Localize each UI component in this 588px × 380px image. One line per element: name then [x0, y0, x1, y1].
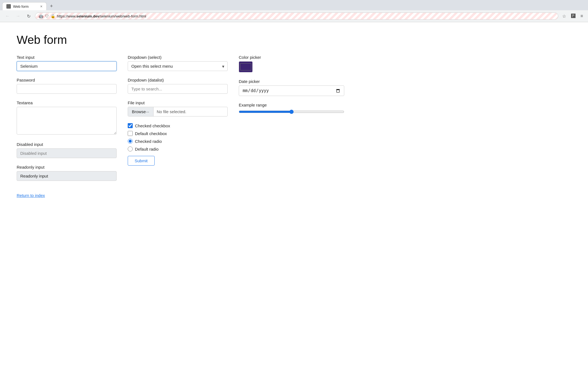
- active-tab[interactable]: Web form ×: [2, 2, 47, 10]
- disabled-input-group: Disabled input: [17, 142, 117, 158]
- datalist-group: Dropdown (datalist): [128, 78, 228, 94]
- file-no-selected-text: No file selected.: [154, 107, 190, 116]
- default-radio-label: Default radio: [135, 147, 159, 151]
- nav-right: ☆ 🅿 ≡: [561, 12, 585, 20]
- file-browse-button[interactable]: Browse···: [128, 107, 154, 116]
- left-column: Text input Password Textarea Disabled in…: [17, 55, 117, 188]
- disabled-input-label: Disabled input: [17, 142, 117, 147]
- dropdown-select-label: Dropdown (select): [128, 55, 228, 60]
- textarea-group: Textarea: [17, 100, 117, 135]
- select-wrapper: Open this select menu ▾: [128, 61, 228, 71]
- textarea-label: Textarea: [17, 100, 117, 105]
- return-link-wrapper: Return to index: [17, 188, 289, 198]
- date-picker-group: Date picker: [239, 79, 344, 96]
- tab-favicon: [6, 4, 11, 9]
- return-to-index-link[interactable]: Return to index: [17, 193, 45, 198]
- menu-button[interactable]: ≡: [579, 12, 585, 20]
- submit-button[interactable]: Submit: [128, 156, 155, 166]
- datalist-input[interactable]: [128, 84, 228, 94]
- checked-checkbox-label: Checked checkbox: [135, 123, 170, 128]
- password-group: Password: [17, 78, 117, 94]
- range-input[interactable]: [239, 110, 344, 114]
- address-text: https://www.selenium.dev/selenium/web/we…: [57, 14, 146, 18]
- date-picker-input[interactable]: [239, 85, 344, 96]
- range-wrapper: [239, 110, 344, 114]
- shield-icon: 🛡: [45, 14, 49, 18]
- checked-radio-label: Checked radio: [135, 139, 162, 144]
- bot-icon: 🤖: [39, 14, 43, 18]
- checkbox-radio-group: Checked checkbox Default checkbox Checke…: [128, 123, 228, 151]
- default-checkbox-label: Default checkbox: [135, 131, 167, 136]
- file-input-wrapper: Browse··· No file selected.: [128, 107, 228, 116]
- form-grid: Text input Password Textarea Disabled in…: [17, 55, 289, 188]
- tab-bar: Web form × +: [0, 0, 588, 10]
- right-column: Color picker Date picker Example range: [239, 55, 344, 121]
- url-path: /selenium/web/web-form.html: [99, 14, 146, 18]
- dropdown-select[interactable]: Open this select menu: [128, 61, 228, 71]
- readonly-input-group: Readonly input: [17, 165, 117, 181]
- color-picker-input[interactable]: [239, 61, 253, 72]
- tab-title: Web form: [13, 4, 29, 9]
- password-label: Password: [17, 78, 117, 82]
- range-group: Example range: [239, 103, 344, 114]
- text-input-group: Text input: [17, 55, 117, 71]
- page-title: Web form: [17, 33, 289, 47]
- dropdown-select-group: Dropdown (select) Open this select menu …: [128, 55, 228, 71]
- pocket-button[interactable]: 🅿: [569, 12, 577, 20]
- file-input-label: File input: [128, 100, 228, 105]
- new-tab-button[interactable]: +: [48, 2, 55, 10]
- url-domain: selenium.dev: [76, 14, 99, 18]
- file-input-group: File input Browse··· No file selected.: [128, 100, 228, 116]
- default-checkbox[interactable]: [128, 131, 133, 136]
- password-input[interactable]: [17, 84, 117, 94]
- textarea-input[interactable]: [17, 107, 117, 135]
- default-radio-item[interactable]: Default radio: [128, 146, 228, 151]
- readonly-input: [17, 171, 117, 181]
- datalist-label: Dropdown (datalist): [128, 78, 228, 82]
- checked-checkbox-item[interactable]: Checked checkbox: [128, 123, 228, 128]
- page-content: Web form Text input Password Textarea Di…: [0, 22, 305, 209]
- browser-chrome: Web form × + ← → ↻ 🤖 🛡 🔒 https://www.sel…: [0, 0, 588, 22]
- default-radio[interactable]: [128, 146, 133, 151]
- address-bar[interactable]: 🤖 🛡 🔒 https://www.selenium.dev/selenium/…: [35, 12, 558, 20]
- color-picker-group: Color picker: [239, 55, 344, 72]
- checked-radio[interactable]: [128, 139, 133, 144]
- disabled-input: [17, 148, 117, 158]
- range-label: Example range: [239, 103, 344, 107]
- text-input-label: Text input: [17, 55, 117, 60]
- back-button[interactable]: ←: [3, 12, 12, 20]
- reload-button[interactable]: ↻: [24, 12, 33, 20]
- checked-checkbox[interactable]: [128, 123, 133, 128]
- bookmark-button[interactable]: ☆: [561, 12, 568, 20]
- nav-bar: ← → ↻ 🤖 🛡 🔒 https://www.selenium.dev/sel…: [0, 10, 588, 22]
- lock-icon: 🔒: [51, 14, 55, 18]
- tab-close-button[interactable]: ×: [40, 4, 42, 9]
- default-checkbox-item[interactable]: Default checkbox: [128, 131, 228, 136]
- url-plain: https://www.: [57, 14, 76, 18]
- checked-radio-item[interactable]: Checked radio: [128, 139, 228, 144]
- text-input[interactable]: [17, 61, 117, 71]
- readonly-input-label: Readonly input: [17, 165, 117, 169]
- middle-column: Dropdown (select) Open this select menu …: [128, 55, 228, 166]
- forward-button[interactable]: →: [14, 12, 22, 20]
- color-picker-label: Color picker: [239, 55, 344, 60]
- date-picker-label: Date picker: [239, 79, 344, 84]
- submit-group: Submit: [128, 151, 228, 166]
